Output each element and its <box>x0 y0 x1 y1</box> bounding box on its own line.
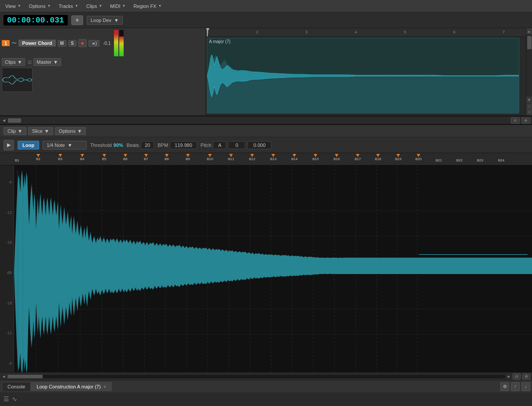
menu-options[interactable]: Options ▼ <box>26 2 55 10</box>
threshold-label: Threshold <box>90 143 112 148</box>
beat-marker-b4[interactable]: B4 <box>80 153 84 161</box>
beat-marker-b17[interactable]: B17 <box>355 153 361 161</box>
track-automation-icon[interactable]: ∿ <box>12 395 17 402</box>
beat-marker-b14[interactable]: B14 <box>291 153 297 161</box>
beat-zoom-out-button[interactable]: ⊖ <box>513 373 521 380</box>
loop-dev-select[interactable]: Loop Dev ▼ <box>87 16 123 25</box>
beat-flag-b17-icon <box>356 154 360 157</box>
loop-construction-tab[interactable]: Loop Construction A major (7) × <box>31 382 111 391</box>
ruler-tick-2: 2 <box>256 30 258 34</box>
beat-scroll-right-icon[interactable]: ► <box>507 374 511 379</box>
clip-menu[interactable]: Clip ▼ <box>4 127 26 135</box>
beat-flag-b16-icon <box>335 154 338 157</box>
mute-button[interactable]: M <box>58 40 66 47</box>
clips-select[interactable]: Clips ▼ <box>2 58 25 66</box>
track-header-bottom: Clips ▼ ☑ Master ▼ <box>2 58 204 66</box>
beat-marker-b1[interactable]: B1 <box>15 153 19 162</box>
add-button[interactable]: + <box>71 15 83 25</box>
record-button[interactable]: ● <box>78 39 87 47</box>
midi-arrow-icon: ▼ <box>122 4 126 8</box>
track-thumbnail <box>2 68 33 92</box>
ruler-tick-7: 7 <box>503 30 505 34</box>
beat-marker-b20[interactable]: B20 <box>415 153 422 161</box>
status-right: ⚙ ↑ ↓ <box>500 382 530 391</box>
ruler-tick-5: 5 <box>404 30 406 34</box>
clips-arrow-icon: ▼ <box>99 4 102 8</box>
console-tab[interactable]: Console <box>2 382 31 391</box>
beat-marker-b23[interactable]: B23 <box>477 153 483 162</box>
timeline-ruler: 1 2 3 4 5 6 7 8 9 <box>206 28 526 37</box>
h-zoom-in-button[interactable]: ⊕ <box>521 117 530 124</box>
scroll-down-button[interactable]: ▼ <box>526 97 532 103</box>
beat-flag-b18-icon <box>376 154 380 157</box>
beat-marker-b9[interactable]: B9 <box>186 153 190 161</box>
beat-marker-b19[interactable]: B19 <box>395 153 401 161</box>
scroll-thumb[interactable] <box>527 36 532 49</box>
track-settings-icon[interactable]: ☰ <box>4 395 9 402</box>
options-arrow-icon: ▼ <box>48 4 51 8</box>
beat-zoom-in-button[interactable]: ⊕ <box>522 373 530 380</box>
bpm-area: BPM 119.980 <box>158 141 197 149</box>
beat-flag-b20-icon <box>417 154 420 157</box>
loop-dev-arrow-icon: ▼ <box>114 18 119 23</box>
beat-marker-b11[interactable]: B11 <box>228 153 234 161</box>
beats-area: Beats 20 <box>127 141 154 149</box>
options-menu-arrow-icon: ▼ <box>77 128 82 134</box>
scroll-left-icon[interactable]: ◄ <box>2 118 6 123</box>
beat-marker-b24[interactable]: B24 <box>498 153 504 162</box>
vertical-scrollbar: ▲ ▼ − + <box>526 28 532 115</box>
playhead-indicator <box>207 28 208 37</box>
slice-menu[interactable]: Slice ▼ <box>28 127 53 135</box>
beat-marker-b3[interactable]: B3 <box>58 153 62 161</box>
zoom-minus-button[interactable]: − <box>526 103 532 109</box>
beat-marker-b18[interactable]: B18 <box>375 153 381 161</box>
beat-marker-b15[interactable]: B15 <box>312 153 319 161</box>
beat-marker-b16[interactable]: B16 <box>334 153 340 161</box>
waveform-clip[interactable]: A major (7) <box>207 38 519 113</box>
beat-marker-b21[interactable]: B21 <box>436 153 442 162</box>
master-arrow-icon: ▼ <box>53 59 58 65</box>
options-menu[interactable]: Options ▼ <box>55 127 86 135</box>
zoom-plus-button[interactable]: + <box>526 109 532 115</box>
pitch-dec-value: 0.000 <box>247 141 272 149</box>
dB-label-minus6-top: -6 <box>8 180 12 184</box>
beat-marker-b22[interactable]: B22 <box>456 153 462 162</box>
beat-marker-b5[interactable]: B5 <box>102 153 106 161</box>
beat-marker-b6[interactable]: B6 <box>123 153 128 161</box>
scroll-up-button[interactable]: ▲ <box>526 28 532 34</box>
beat-marker-b12[interactable]: B12 <box>249 153 255 161</box>
beat-waveform-area[interactable] <box>14 165 532 380</box>
menu-region-fx[interactable]: Region FX ▼ <box>130 2 165 10</box>
menu-tracks[interactable]: Tracks ▼ <box>55 2 82 10</box>
beat-waveform-svg <box>14 165 532 380</box>
beat-scroll-left-icon[interactable]: ◄ <box>2 374 6 379</box>
beat-marker-b7[interactable]: B7 <box>144 153 148 161</box>
beat-marker-b10[interactable]: B10 <box>207 153 213 161</box>
h-scroll-thumb[interactable] <box>8 118 21 123</box>
monitor-button[interactable]: ◄) <box>88 40 99 47</box>
track-name-button[interactable]: Power Chord <box>18 40 55 47</box>
expand-icon: ↑ <box>514 384 517 389</box>
menu-midi[interactable]: MIDI ▼ <box>106 2 129 10</box>
beat-marker-b8[interactable]: B8 <box>165 153 169 161</box>
h-zoom-out-button[interactable]: ⊖ <box>511 117 520 124</box>
beat-editor: B1 B2 B3 B4 <box>0 153 532 380</box>
status-expand-button[interactable]: ↑ <box>511 382 520 391</box>
beat-marker-b13[interactable]: B13 <box>270 153 276 161</box>
master-select[interactable]: Master ▼ <box>33 58 61 66</box>
ruler-tick-3: 3 <box>305 30 308 34</box>
loop-button[interactable]: Loop <box>18 141 39 150</box>
play-button[interactable]: ▶ <box>4 140 14 150</box>
status-collapse-button[interactable]: ↓ <box>521 382 530 391</box>
menu-view[interactable]: View ▼ <box>2 2 25 10</box>
beat-scroll-thumb[interactable] <box>7 375 43 378</box>
beat-scroll-track <box>7 375 505 378</box>
tab-close-icon[interactable]: × <box>103 384 106 389</box>
beat-marker-b2[interactable]: B2 <box>36 153 40 161</box>
track-header-top: 1 〜 Power Chord M S ● ◄) -0.1 <box>2 30 204 56</box>
beat-flag-b8-icon <box>165 154 169 157</box>
menu-clips[interactable]: Clips ▼ <box>83 2 106 10</box>
status-settings-button[interactable]: ⚙ <box>500 382 509 391</box>
solo-button[interactable]: S <box>68 40 77 47</box>
note-select[interactable]: 1/4 Note ▼ <box>43 141 87 150</box>
